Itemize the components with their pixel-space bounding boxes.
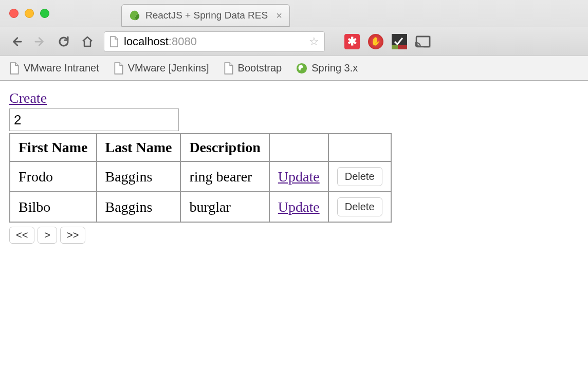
col-delete: [328, 134, 391, 161]
bookmarks-bar: VMware Intranet VMware [Jenkins] Bootstr…: [0, 56, 588, 80]
browser-tab[interactable]: ReactJS + Spring Data RES ×: [121, 4, 290, 27]
col-first-name: First Name: [10, 134, 97, 161]
url-text: localhost:8080: [124, 35, 304, 48]
spring-icon: [296, 63, 307, 74]
col-last-name: Last Name: [97, 134, 181, 161]
lastpass-extension-icon[interactable]: ✱: [344, 34, 360, 49]
window-controls: [9, 9, 49, 18]
table-row: Frodo Baggins ring bearer Update Delete: [10, 161, 391, 192]
forward-button[interactable]: [33, 34, 47, 49]
file-icon: [114, 62, 124, 75]
cast-extension-icon[interactable]: [415, 34, 431, 49]
cell-first-name: Bilbo: [10, 192, 97, 222]
update-link[interactable]: Update: [278, 199, 320, 215]
spring-leaf-icon: [129, 10, 140, 21]
employee-table: First Name Last Name Description Frodo B…: [9, 133, 392, 223]
tab-bar: ReactJS + Spring Data RES ×: [0, 0, 588, 27]
bookmark-star-icon[interactable]: ☆: [309, 35, 319, 48]
home-button[interactable]: [80, 34, 95, 49]
bookmark-label: VMware Intranet: [24, 62, 99, 74]
address-bar[interactable]: localhost:8080 ☆: [104, 31, 325, 52]
reload-button[interactable]: [57, 34, 71, 49]
cell-last-name: Baggins: [97, 161, 181, 192]
delete-button[interactable]: Delete: [337, 167, 382, 186]
bookmark-label: Bootstrap: [238, 62, 282, 74]
col-update: [269, 134, 328, 161]
tab-close-icon[interactable]: ×: [276, 10, 282, 22]
cell-first-name: Frodo: [10, 161, 97, 192]
bookmark-item-bootstrap[interactable]: Bootstrap: [224, 62, 282, 75]
hand-extension-icon[interactable]: ✋: [368, 34, 383, 49]
tab-title: ReactJS + Spring Data RES: [145, 10, 268, 21]
svg-rect-2: [398, 45, 407, 49]
col-description: Description: [180, 134, 269, 161]
table-header-row: First Name Last Name Description: [10, 134, 391, 161]
bookmark-label: Spring 3.x: [311, 62, 358, 74]
cell-description: ring bearer: [180, 161, 269, 192]
bookmark-item-vmware-jenkins[interactable]: VMware [Jenkins]: [114, 62, 209, 75]
file-icon: [9, 62, 20, 75]
page-next-button[interactable]: >: [38, 227, 57, 244]
update-link[interactable]: Update: [278, 169, 320, 185]
table-row: Bilbo Baggins burglar Update Delete: [10, 192, 391, 222]
window-close-button[interactable]: [9, 9, 19, 18]
page-last-button[interactable]: >>: [60, 227, 85, 244]
file-icon: [224, 62, 234, 75]
window-minimize-button[interactable]: [25, 9, 34, 18]
create-link[interactable]: Create: [9, 90, 47, 106]
bookmark-item-spring[interactable]: Spring 3.x: [296, 62, 358, 74]
svg-rect-1: [392, 45, 398, 49]
toolbar: localhost:8080 ☆ ✱ ✋: [0, 27, 588, 56]
cell-description: burglar: [180, 192, 269, 222]
page-content: Create First Name Last Name Description …: [0, 81, 588, 253]
delete-button[interactable]: Delete: [337, 197, 382, 216]
page-icon: [109, 36, 119, 47]
cell-last-name: Baggins: [97, 192, 181, 222]
browser-chrome: ReactJS + Spring Data RES × localhost:80…: [0, 0, 588, 81]
extension-icons: ✱ ✋: [344, 34, 431, 49]
back-button[interactable]: [9, 34, 24, 49]
page-first-button[interactable]: <<: [9, 227, 34, 244]
page-size-input[interactable]: [9, 108, 179, 131]
pagination: << > >>: [9, 227, 579, 244]
window-maximize-button[interactable]: [40, 9, 49, 18]
bookmark-item-vmware-intranet[interactable]: VMware Intranet: [9, 62, 99, 75]
checkmark-extension-icon[interactable]: [392, 34, 407, 49]
bookmark-label: VMware [Jenkins]: [128, 62, 209, 74]
